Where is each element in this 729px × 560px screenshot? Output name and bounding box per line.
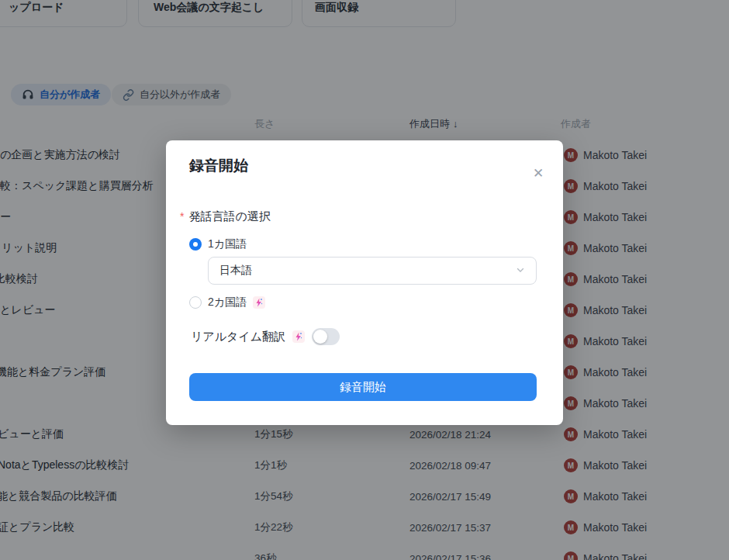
language-section-label: *発話言語の選択 <box>180 209 271 224</box>
language-select-value: 日本語 <box>219 264 516 278</box>
toggle-knob <box>313 330 327 344</box>
realtime-translation-toggle[interactable] <box>312 328 340 345</box>
realtime-translation-label: リアルタイム翻訳 <box>191 330 285 344</box>
radio-selected-icon <box>189 238 202 251</box>
modal-title: 録音開始 <box>189 156 248 176</box>
radio-one-language-label: 1カ国語 <box>208 237 247 251</box>
language-select[interactable]: 日本語 <box>208 257 537 285</box>
radio-two-languages-label: 2カ国語 <box>208 296 247 309</box>
app-window: ップロード Web会議の文字起こし 画面収録 自分が作成者 自分以外が作成者 長… <box>0 0 729 560</box>
close-icon[interactable]: ✕ <box>529 164 548 182</box>
radio-one-language[interactable]: 1カ国語 <box>189 237 247 251</box>
ai-sparkle-icon <box>253 296 265 309</box>
radio-two-languages[interactable]: 2カ国語 <box>189 296 265 309</box>
required-asterisk: * <box>180 210 184 223</box>
radio-unselected-icon <box>189 296 202 309</box>
realtime-translation-row: リアルタイム翻訳 <box>191 328 340 345</box>
start-recording-modal: 録音開始 ✕ *発話言語の選択 1カ国語 日本語 2カ国語 <box>166 140 563 425</box>
start-recording-button[interactable]: 録音開始 <box>189 373 537 401</box>
ai-sparkle-icon <box>292 330 305 343</box>
chevron-down-icon <box>516 264 525 278</box>
